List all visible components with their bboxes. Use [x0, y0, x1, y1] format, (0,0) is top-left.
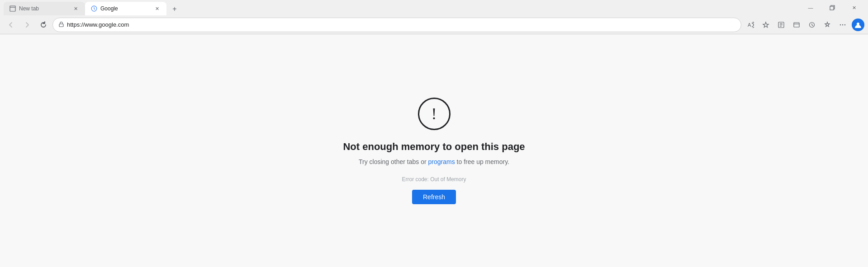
- close-button[interactable]: ✕: [844, 0, 864, 15]
- tab-new-tab-icon: [9, 5, 16, 12]
- error-code: Error code: Out of Memory: [402, 176, 466, 183]
- address-bar[interactable]: https://www.google.com: [52, 18, 741, 32]
- programs-link[interactable]: programs: [428, 158, 455, 165]
- favorites-button[interactable]: [759, 18, 773, 32]
- minimize-button[interactable]: —: [800, 0, 821, 15]
- favorites-bar-button[interactable]: [789, 18, 804, 32]
- window-controls: — ✕: [800, 0, 864, 15]
- error-exclamation-mark: !: [432, 106, 437, 122]
- profile-button[interactable]: [852, 19, 864, 31]
- collections-button[interactable]: [820, 18, 835, 32]
- toolbar-right-buttons: A: [743, 18, 864, 32]
- tab-new-tab-label: New tab: [19, 5, 69, 12]
- tab-google-label: Google: [100, 5, 150, 12]
- tab-new-tab[interactable]: New tab ✕: [4, 2, 85, 15]
- svg-point-15: [844, 24, 845, 25]
- error-subtitle: Try closing other tabs or programs to fr…: [359, 158, 509, 165]
- back-button[interactable]: [4, 18, 18, 32]
- svg-rect-4: [59, 24, 63, 27]
- svg-rect-3: [830, 6, 834, 10]
- svg-rect-0: [10, 6, 15, 11]
- lock-icon: [58, 21, 64, 28]
- history-button[interactable]: [805, 18, 819, 32]
- reading-view-button[interactable]: [774, 18, 788, 32]
- svg-text:A: A: [748, 22, 751, 28]
- svg-rect-10: [794, 23, 799, 27]
- tab-google-icon: [90, 5, 98, 12]
- error-title: Not enough memory to open this page: [343, 141, 525, 153]
- error-icon: !: [418, 98, 451, 130]
- svg-point-14: [842, 24, 843, 25]
- tab-strip: New tab ✕ Google ✕ +: [4, 0, 800, 15]
- read-aloud-button[interactable]: A: [743, 18, 758, 32]
- address-text: https://www.google.com: [67, 21, 735, 28]
- forward-button[interactable]: [20, 18, 34, 32]
- browser-toolbar: https://www.google.com A: [0, 15, 868, 34]
- new-tab-button[interactable]: +: [168, 3, 181, 15]
- reload-button[interactable]: [36, 18, 51, 32]
- tab-new-tab-close[interactable]: ✕: [71, 5, 80, 13]
- refresh-button[interactable]: Refresh: [412, 190, 456, 204]
- page-content: ! Not enough memory to open this page Tr…: [0, 34, 868, 267]
- restore-button[interactable]: [822, 0, 843, 15]
- titlebar: New tab ✕ Google ✕ + — ✕: [0, 0, 868, 15]
- tab-google-close[interactable]: ✕: [153, 5, 161, 13]
- more-button[interactable]: [835, 18, 850, 32]
- tab-google[interactable]: Google ✕: [85, 2, 166, 15]
- svg-point-13: [840, 24, 841, 25]
